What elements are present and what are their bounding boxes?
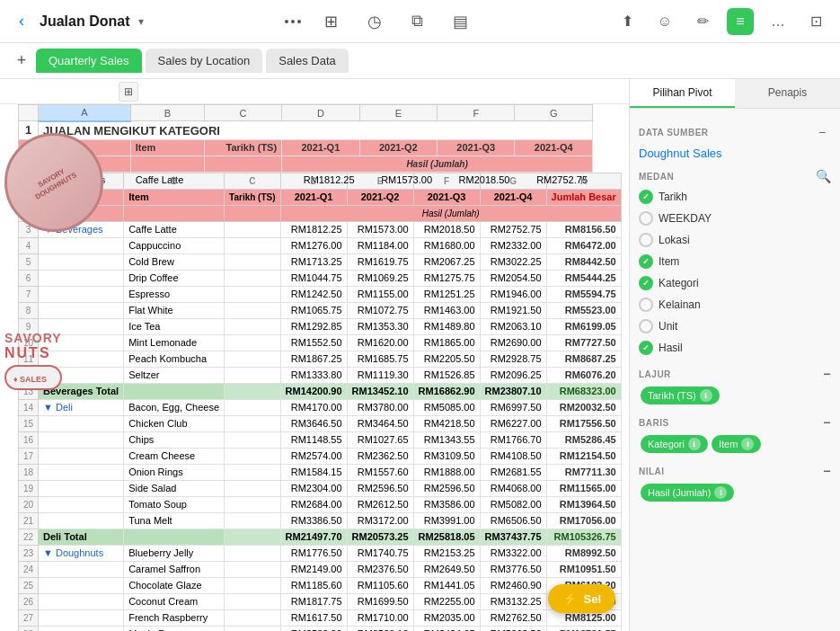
more-icon[interactable]: … [765,8,791,35]
tag-info-icon: ℹ [688,438,701,450]
three-dots [285,20,301,23]
tab-sales-data[interactable]: Sales Data [266,49,349,73]
tab-pilihan-pivot[interactable]: Pilihan Pivot [630,79,735,108]
table-row: 27 French Raspberry RM1617.50 RM1710.00 … [19,609,622,626]
spreadsheet-panel: SAVORYDOUGHNUTS SAVORY NUTS ♦ SALES ⊞ [0,79,629,631]
top-bar-left: ‹ Jualan Donat ▾ [11,11,144,32]
rows-tags: Kategori ℹItem ℹ [639,433,831,455]
chart-icon[interactable]: ≡ [727,8,754,35]
field-label-hasil: Hasil [659,342,683,354]
columns-tags: Tarikh (TS) ℹ [639,385,831,406]
table-row: 13 Beverages Total RM14200.90 RM13452.10… [19,383,622,399]
field-checkbox-tarikh[interactable] [639,190,653,204]
field-label-weekday: WEEKDAY [659,212,712,225]
val-tag[interactable]: Hasil (Jumlah) ℹ [641,484,734,502]
rows-zone-action[interactable]: − [823,415,831,430]
back-button[interactable]: ‹ [11,11,32,32]
table-row: 19 Side Salad RM2304.00 RM2596.50 RM2596… [19,480,622,496]
field-checkbox-weekday[interactable] [639,211,653,226]
title-dropdown-icon[interactable]: ▾ [138,15,144,28]
data-source-name[interactable]: Doughnut Sales [639,145,831,162]
data-source-action[interactable]: − [813,123,831,141]
toolbar-row: ⊞ [0,79,629,104]
field-checkbox-hasil[interactable] [639,341,653,355]
fields-search-icon[interactable]: 🔍 [816,169,831,183]
col-row-num [19,105,39,121]
field-label-kategori: Kategori [659,277,699,289]
field-checkbox-kelainan[interactable] [639,298,653,312]
spreadsheet-container[interactable]: A B C D E F G 1 JUALAN MENG [18,104,629,631]
field-checkbox-item[interactable] [639,254,653,269]
table-row: 6 Drip Coffee RM1044.75 RM1069.25 RM1275… [19,270,622,286]
row-tag[interactable]: Item ℹ [712,435,761,453]
header-row: 2 Kategori Item Tarikh (TS) 2021-Q1 2021… [19,139,593,156]
table-row: 18 Onion Rings RM1584.15 RM1557.60 RM188… [19,464,622,480]
table-row: 28 Maple Bacon RM2583.30 RM2520.10 RM342… [19,626,622,631]
field-label-lokasi: Lokasi [659,234,690,246]
values-tags: Hasil (Jumlah) ℹ [639,482,831,503]
table-row: 11 Peach Kombucha RM1867.25 RM1685.75 RM… [19,351,622,367]
table-body: Kategori Item Tarikh (TS) 2021-Q1 2021-Q… [19,189,622,631]
main-data-table: A B C D E F G H Kategori Item Tarikh (TS… [18,173,622,632]
tab-quarterly-sales[interactable]: Quarterly Sales [36,49,142,73]
sub-ts [204,156,281,172]
field-label-tarikh: Tarikh [659,191,687,203]
field-checkbox-kategori[interactable] [639,276,653,290]
sel-icon: ⚡ [562,591,578,606]
field-item-item[interactable]: Item [639,252,831,271]
table-subheader-row: Hasil (Jumlah) [19,205,622,221]
tab-penapis[interactable]: Penapis [735,79,840,108]
h-item: Item [130,139,204,156]
field-item-hasil[interactable]: Hasil [639,338,831,358]
table-row: 20 Tomato Soup RM2684.00 RM2612.50 RM358… [19,496,622,512]
spreadsheet-table: A B C D E F G 1 JUALAN MENG [18,104,593,189]
table-row: 3 ▼ Beverages Caffe Latte RM1812.25 RM15… [19,221,622,237]
columns-zone-action[interactable]: − [823,367,831,381]
toolbar-format-btn[interactable]: ⊞ [119,82,138,102]
copy-icon[interactable]: ⧉ [405,9,430,34]
col-c-header: C [204,105,281,121]
subheader-row: Hasil (Jumlah) [19,156,593,172]
add-tab-button[interactable]: + [11,50,32,72]
columns-zone-label: LAJUR − [639,367,831,381]
dot3 [297,20,301,23]
col-d-header: D [282,105,359,121]
table-row: 16 Chips RM1148.55 RM1027.65 RM1343.55 R… [19,431,622,448]
grid-icon[interactable]: ⊡ [802,8,829,35]
emoji-icon[interactable]: ☺ [651,8,678,35]
table-row: 5 Cold Brew RM1713.25 RM1619.75 RM2067.2… [19,253,622,270]
doc-title: Jualan Donat [40,13,129,30]
field-checkbox-unit[interactable] [639,319,653,333]
share-icon[interactable]: ⬆ [614,8,641,35]
row-tag[interactable]: Kategori ℹ [641,435,708,453]
field-checkbox-lokasi[interactable] [639,233,653,247]
col-tag[interactable]: Tarikh (TS) ℹ [641,387,720,404]
table-icon[interactable]: ⊞ [319,9,344,34]
table-row: 7 Espresso RM1242.50 RM1155.00 RM1251.25… [19,286,622,302]
field-item-lokasi[interactable]: Lokasi [639,230,831,250]
table-row: 9 Ice Tea RM1292.85 RM1353.30 RM1489.80 … [19,318,622,334]
clock-icon[interactable]: ◷ [362,9,387,34]
field-label-item: Item [659,255,679,268]
field-item-tarikh[interactable]: Tarikh [639,187,831,207]
field-item-unit[interactable]: Unit [639,316,831,336]
pen-icon[interactable]: ✏ [689,8,716,35]
table-row: 12 Seltzer RM1333.80 RM1119.30 RM1526.85… [19,367,622,383]
values-zone-action[interactable]: − [823,464,831,478]
col-e-header: E [359,105,437,121]
sel-button[interactable]: ⚡ Sel [548,584,615,613]
app-container: ‹ Jualan Donat ▾ ⊞ ◷ ⧉ ▤ ⬆ ☺ ✏ ≡ … ⊡ + Q… [0,0,840,631]
row-num-sub [19,156,39,172]
table-row: 8 Flat White RM1065.75 RM1072.75 RM1463.… [19,302,622,318]
tab-sales-by-location[interactable]: Sales by Location [146,49,263,73]
media-icon[interactable]: ▤ [448,9,473,34]
right-panel: Pilihan Pivot Penapis DATA SUMBER − Doug… [629,79,840,631]
field-item-kategori[interactable]: Kategori [639,273,831,293]
table-row: 21 Tuna Melt RM3386.50 RM3172.00 RM3991.… [19,512,622,529]
field-list: Tarikh WEEKDAY Lokasi Item Kategori Kela… [639,187,831,358]
field-item-kelainan[interactable]: Kelainan [639,295,831,315]
dot1 [285,20,288,23]
row-num-1: 1 [19,121,39,140]
field-label-kelainan: Kelainan [659,298,701,311]
field-item-weekday[interactable]: WEEKDAY [639,209,831,228]
